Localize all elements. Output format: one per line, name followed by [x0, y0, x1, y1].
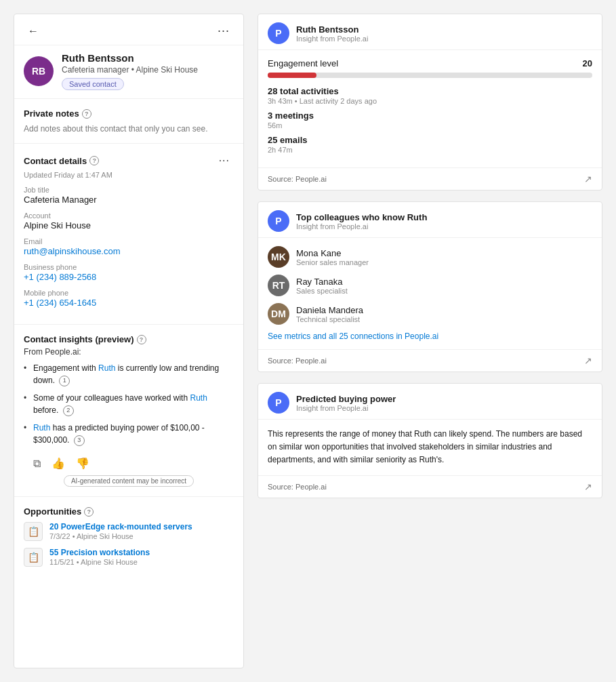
- insight-list: Engagement with Ruth is currently low an…: [24, 362, 234, 446]
- buying-power-card-body: This represents the range of money that …: [258, 420, 602, 475]
- emails-label: 25 emails: [268, 135, 592, 145]
- buying-power-card-subtitle: Insight from People.ai: [296, 404, 396, 412]
- email-row: Email ruth@alpinskihouse.com: [24, 237, 234, 256]
- private-notes-title: Private notes ?: [24, 108, 234, 119]
- buying-power-external-link-icon[interactable]: ↗: [584, 481, 592, 492]
- thumbs-up-button[interactable]: 👍: [52, 457, 65, 470]
- opportunity-item-2: 📋 55 Precision workstations 11/5/21 • Al…: [24, 548, 234, 567]
- contact-details-more-button[interactable]: ···: [215, 153, 234, 168]
- engagement-card-header: P Ruth Bentsson Insight from People.ai: [258, 14, 602, 50]
- colleague-name-1: Mona Kane: [296, 248, 369, 258]
- insight-badge-3[interactable]: 3: [74, 435, 85, 446]
- meetings-duration: 56m: [268, 121, 592, 129]
- email-value[interactable]: ruth@alpinskihouse.com: [24, 246, 234, 256]
- copy-button[interactable]: ⧉: [33, 457, 41, 470]
- total-activities-row: 28 total activities 3h 43m • Last activi…: [268, 86, 592, 105]
- opportunity-name-1[interactable]: 20 PowerEdge rack-mounted servers: [49, 522, 234, 531]
- job-title-value: Cafeteria Manager: [24, 195, 234, 205]
- ai-badge: AI-generated content may be incorrect: [64, 475, 194, 487]
- insights-info-icon[interactable]: ?: [137, 335, 146, 344]
- colleagues-card-title-group: Top colleagues who know Ruth Insight fro…: [296, 212, 427, 230]
- buying-power-source-text: Source: People.ai: [268, 483, 327, 491]
- insight-ruth-link-3[interactable]: Ruth: [33, 423, 50, 433]
- emails-row: 25 emails 2h 47m: [268, 135, 592, 154]
- buying-power-card: P Predicted buying power Insight from Pe…: [258, 383, 602, 498]
- more-options-button[interactable]: ···: [213, 22, 234, 39]
- colleagues-card: P Top colleagues who know Ruth Insight f…: [258, 201, 602, 372]
- private-notes-info-icon[interactable]: ?: [82, 109, 91, 119]
- insight-item-3: Ruth has a predicted buying power of $10…: [24, 422, 234, 446]
- opportunities-section: Opportunities ? 📋 20 PowerEdge rack-moun…: [14, 497, 243, 583]
- back-button[interactable]: ←: [24, 24, 43, 39]
- opportunity-icon-1: 📋: [24, 522, 43, 541]
- engagement-card-body: Engagement level 20 28 total activities …: [258, 50, 602, 167]
- ai-disclaimer: AI-generated content may be incorrect: [24, 475, 234, 487]
- private-notes-section: Private notes ? Add notes about this con…: [14, 99, 243, 144]
- engagement-progress-bg: [268, 73, 592, 78]
- colleagues-card-body: MK Mona Kane Senior sales manager RT Ray…: [258, 238, 602, 349]
- engagement-card-title-group: Ruth Bentsson Insight from People.ai: [296, 24, 368, 43]
- insight-badge-2[interactable]: 2: [63, 405, 74, 416]
- opportunities-info-icon[interactable]: ?: [84, 507, 94, 517]
- colleagues-card-footer: Source: People.ai ↗: [258, 349, 602, 372]
- opportunity-name-2[interactable]: 55 Precision workstations: [49, 548, 234, 557]
- engagement-card: P Ruth Bentsson Insight from People.ai E…: [258, 14, 602, 190]
- people-ai-avatar-2: P: [268, 210, 289, 232]
- engagement-card-title: Ruth Bentsson: [296, 24, 368, 35]
- colleagues-card-subtitle: Insight from People.ai: [296, 222, 427, 230]
- business-phone-value[interactable]: +1 (234) 889-2568: [24, 272, 234, 282]
- colleague-avatar-2: RT: [268, 275, 289, 296]
- account-value: Alpine Ski House: [24, 220, 234, 230]
- insight-ruth-link-2[interactable]: Ruth: [190, 393, 207, 403]
- total-activities-label: 28 total activities: [268, 86, 592, 96]
- mobile-phone-value[interactable]: +1 (234) 654-1645: [24, 298, 234, 308]
- emails-duration: 2h 47m: [268, 146, 592, 154]
- engagement-card-footer: Source: People.ai ↗: [258, 167, 602, 190]
- buying-power-card-header: P Predicted buying power Insight from Pe…: [258, 384, 602, 420]
- opportunity-item-1: 📋 20 PowerEdge rack-mounted servers 7/3/…: [24, 522, 234, 541]
- colleague-row-2: RT Ray Tanaka Sales specialist: [268, 275, 592, 296]
- colleague-info-3: Daniela Mandera Technical specialist: [296, 305, 363, 323]
- buying-power-card-title-group: Predicted buying power Insight from Peop…: [296, 394, 396, 412]
- insight-badge-1[interactable]: 1: [59, 376, 70, 386]
- meetings-label: 3 meetings: [268, 111, 592, 121]
- see-metrics-link[interactable]: See metrics and all 25 connections in Pe…: [268, 332, 592, 341]
- colleagues-card-title: Top colleagues who know Ruth: [296, 212, 427, 222]
- engagement-level-row: Engagement level 20: [268, 58, 592, 68]
- insight-item-2: Some of your colleagues have worked with…: [24, 392, 234, 416]
- insight-item-1: Engagement with Ruth is currently low an…: [24, 362, 234, 386]
- thumbs-down-button[interactable]: 👎: [76, 457, 89, 470]
- engagement-external-link-icon[interactable]: ↗: [584, 174, 592, 184]
- panel-header: ← ···: [14, 14, 243, 45]
- right-panel: P Ruth Bentsson Insight from People.ai E…: [258, 14, 602, 668]
- account-label: Account: [24, 212, 234, 220]
- colleague-info-1: Mona Kane Senior sales manager: [296, 248, 369, 266]
- opportunity-sub-1: 7/3/22 • Alpine Ski House: [49, 532, 234, 540]
- opportunity-info-2: 55 Precision workstations 11/5/21 • Alpi…: [49, 548, 234, 566]
- colleague-role-3: Technical specialist: [296, 315, 363, 323]
- mobile-phone-label: Mobile phone: [24, 289, 234, 297]
- colleague-info-2: Ray Tanaka Sales specialist: [296, 277, 348, 295]
- contact-name: Ruth Bentsson: [62, 52, 234, 64]
- job-title-label: Job title: [24, 186, 234, 194]
- colleagues-external-link-icon[interactable]: ↗: [584, 355, 592, 366]
- contact-info: Ruth Bentsson Cafeteria manager • Alpine…: [62, 52, 234, 90]
- contact-details-section: Contact details ? ··· Updated Friday at …: [14, 144, 243, 325]
- contact-subtitle: Cafeteria manager • Alpine Ski House: [62, 65, 234, 75]
- people-ai-avatar-3: P: [268, 392, 289, 414]
- contact-details-title: Contact details ?: [24, 156, 99, 166]
- insight-ruth-link-1[interactable]: Ruth: [98, 363, 115, 373]
- opportunity-info-1: 20 PowerEdge rack-mounted servers 7/3/22…: [49, 522, 234, 540]
- email-label: Email: [24, 237, 234, 245]
- business-phone-label: Business phone: [24, 263, 234, 271]
- opportunities-title: Opportunities ?: [24, 506, 234, 517]
- colleagues-card-header: P Top colleagues who know Ruth Insight f…: [258, 202, 602, 238]
- action-icons: ⧉ 👍 👎: [33, 457, 89, 470]
- insights-title: Contact insights (preview) ?: [24, 334, 234, 344]
- mobile-phone-row: Mobile phone +1 (234) 654-1645: [24, 289, 234, 308]
- updated-text: Updated Friday at 1:47 AM: [24, 171, 234, 179]
- colleagues-source-text: Source: People.ai: [268, 357, 327, 365]
- colleague-role-2: Sales specialist: [296, 287, 348, 295]
- contact-details-info-icon[interactable]: ?: [89, 156, 99, 165]
- insights-from-label: From People.ai:: [24, 347, 234, 357]
